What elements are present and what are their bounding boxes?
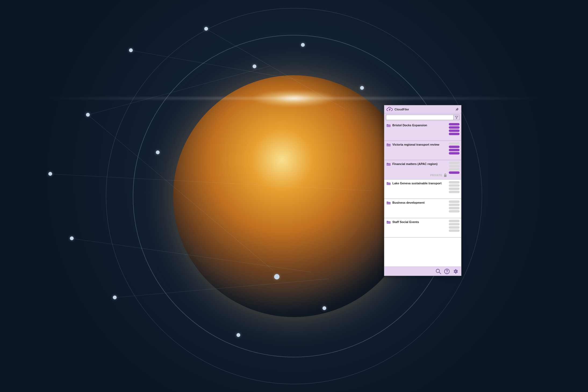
help-icon[interactable] bbox=[444, 268, 450, 274]
list-item[interactable]: Lake Geneva sustainable transport bbox=[384, 179, 461, 199]
rank-bar bbox=[449, 123, 460, 125]
svg-line-2 bbox=[439, 272, 441, 274]
lock-icon bbox=[443, 173, 447, 177]
svg-point-4 bbox=[447, 272, 447, 273]
rank-bar bbox=[449, 168, 460, 171]
rank-bars bbox=[449, 142, 460, 154]
folder-icon bbox=[386, 182, 391, 185]
rank-bar bbox=[449, 165, 460, 167]
rank-bar bbox=[449, 130, 460, 132]
list-item[interactable]: Financial matters (APAC region) PRIVATE bbox=[384, 160, 461, 179]
folder-list[interactable]: Bristol Docks Expansion Victoria regiona… bbox=[384, 121, 461, 267]
item-label: Lake Geneva sustainable transport bbox=[392, 181, 449, 185]
panel-header: CloudFiler bbox=[384, 105, 461, 113]
rank-bar bbox=[449, 152, 460, 154]
rank-bar bbox=[449, 204, 460, 206]
rank-bar bbox=[449, 162, 460, 164]
filter-button[interactable] bbox=[454, 115, 460, 120]
rank-bar bbox=[449, 223, 460, 225]
rank-bar bbox=[449, 142, 460, 145]
search-icon[interactable] bbox=[435, 268, 441, 274]
folder-icon bbox=[386, 124, 391, 127]
rank-bar bbox=[449, 229, 460, 232]
list-item[interactable]: Staff Social Events bbox=[384, 218, 461, 238]
rank-bars bbox=[449, 220, 460, 232]
folder-icon bbox=[386, 162, 391, 166]
search-row bbox=[384, 113, 461, 121]
rank-bar bbox=[449, 181, 460, 184]
rank-bar bbox=[449, 220, 460, 222]
cloudfiler-panel: CloudFiler Bristol Docks Expansion Victo… bbox=[384, 105, 461, 276]
private-tag: PRIVATE bbox=[430, 173, 447, 177]
rank-bar bbox=[449, 200, 460, 203]
panel-title: CloudFiler bbox=[395, 108, 454, 111]
rank-bar bbox=[449, 210, 460, 213]
list-item[interactable]: Business development bbox=[384, 199, 461, 218]
network-nodes bbox=[0, 0, 588, 392]
rank-bars bbox=[449, 200, 460, 213]
folder-icon bbox=[386, 201, 391, 205]
rank-bar bbox=[449, 184, 460, 187]
item-label: Financial matters (APAC region) bbox=[392, 162, 449, 166]
item-label: Bristol Docks Expansion bbox=[392, 123, 449, 127]
rank-bar bbox=[449, 126, 460, 129]
rank-bar bbox=[449, 191, 460, 193]
rank-bar bbox=[449, 171, 460, 174]
rank-bar bbox=[449, 146, 460, 148]
filter-icon bbox=[455, 116, 458, 119]
rank-bar bbox=[449, 226, 460, 229]
list-item[interactable]: Bristol Docks Expansion bbox=[384, 121, 461, 141]
folder-icon bbox=[386, 143, 391, 147]
panel-footer bbox=[384, 267, 461, 276]
item-label: Victoria regional transport review bbox=[392, 142, 449, 146]
gear-icon[interactable] bbox=[453, 268, 458, 274]
private-label: PRIVATE bbox=[430, 174, 442, 177]
rank-bars bbox=[449, 181, 460, 193]
item-label: Staff Social Events bbox=[392, 220, 449, 224]
list-item[interactable]: Victoria regional transport review bbox=[384, 141, 461, 160]
folder-icon bbox=[386, 220, 391, 224]
item-label: Business development bbox=[392, 200, 449, 204]
rank-bar bbox=[449, 149, 460, 151]
search-input[interactable] bbox=[386, 115, 454, 120]
svg-rect-0 bbox=[444, 175, 447, 177]
rank-bars bbox=[449, 123, 460, 135]
pin-icon[interactable] bbox=[455, 107, 459, 111]
cloud-upload-icon bbox=[386, 107, 393, 112]
rank-bar bbox=[449, 133, 460, 135]
rank-bar bbox=[449, 207, 460, 209]
rank-bar bbox=[449, 188, 460, 190]
rank-bars bbox=[449, 162, 460, 174]
